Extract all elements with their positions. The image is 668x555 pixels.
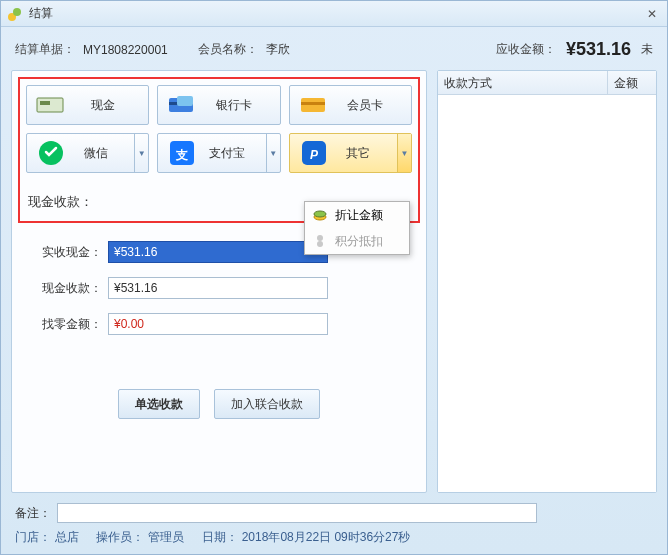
pay-member-button[interactable]: 会员卡 xyxy=(289,85,412,125)
change-label: 找零金额： xyxy=(34,316,102,333)
pay-other-label: 其它 xyxy=(338,145,397,162)
pay-cash-label: 现金 xyxy=(75,97,148,114)
window-title: 结算 xyxy=(29,5,643,22)
pay-other-button[interactable]: P 其它 ▼ xyxy=(289,133,412,173)
col-amount: 金额 xyxy=(608,71,656,94)
member-label: 会员名称： xyxy=(198,41,258,58)
date-label: 日期： xyxy=(202,530,238,544)
cash-form: 实收现金： 现金收款： 找零金额： xyxy=(18,241,420,349)
points-icon xyxy=(311,232,329,250)
member-card-icon xyxy=(298,93,330,117)
date-value: 2018年08月22日 09时36分27秒 xyxy=(242,530,411,544)
svg-point-15 xyxy=(314,211,326,217)
cash-received-input[interactable] xyxy=(108,277,328,299)
due-label: 应收金额： xyxy=(496,41,556,58)
app-icon xyxy=(7,6,23,22)
svg-rect-17 xyxy=(317,241,323,247)
order-number: MY1808220001 xyxy=(83,43,168,57)
header-info: 结算单据： MY1808220001 会员名称： 李欣 应收金额： ¥531.1… xyxy=(1,27,667,70)
right-panel: 收款方式 金额 xyxy=(437,70,657,493)
change-input[interactable] xyxy=(108,313,328,335)
operator-label: 操作员： xyxy=(96,530,144,544)
wechat-icon xyxy=(35,141,67,165)
remark-row: 备注： xyxy=(15,503,653,523)
pay-bank-label: 银行卡 xyxy=(206,97,279,114)
footer: 备注： 门店：总店 操作员：管理员 日期：2018年08月22日 09时36分2… xyxy=(1,499,667,554)
pay-alipay-button[interactable]: 支 支付宝 ▼ xyxy=(157,133,280,173)
pay-member-label: 会员卡 xyxy=(338,97,411,114)
paypal-icon: P xyxy=(298,141,330,165)
chevron-down-icon[interactable]: ▼ xyxy=(266,134,280,172)
dropdown-discount[interactable]: 折让金额 xyxy=(305,202,409,228)
svg-rect-8 xyxy=(301,102,325,105)
due-amount: ¥531.16 xyxy=(566,39,631,60)
status-row: 门店：总店 操作员：管理员 日期：2018年08月22日 09时36分27秒 xyxy=(15,529,653,546)
store-label: 门店： xyxy=(15,530,51,544)
pay-wechat-button[interactable]: 微信 ▼ xyxy=(26,133,149,173)
actual-label: 实收现金： xyxy=(34,244,102,261)
cashpay-label: 现金收款： xyxy=(34,280,102,297)
close-button[interactable]: ✕ xyxy=(643,5,661,23)
cash-icon xyxy=(35,93,67,117)
settlement-window: 结算 ✕ 结算单据： MY1808220001 会员名称： 李欣 应收金额： ¥… xyxy=(0,0,668,555)
svg-text:支: 支 xyxy=(175,148,188,162)
body: 现金 银行卡 会员卡 xyxy=(1,70,667,499)
alipay-icon: 支 xyxy=(166,141,198,165)
col-method: 收款方式 xyxy=(438,71,608,94)
table-body xyxy=(438,95,656,492)
titlebar: 结算 ✕ xyxy=(1,1,667,27)
chevron-down-icon[interactable]: ▼ xyxy=(134,134,148,172)
single-pay-button[interactable]: 单选收款 xyxy=(118,389,200,419)
pay-wechat-label: 微信 xyxy=(75,145,134,162)
svg-point-1 xyxy=(13,8,21,16)
dropdown-discount-label: 折让金额 xyxy=(335,207,383,224)
other-dropdown-menu: 折让金额 积分抵扣 xyxy=(304,201,410,255)
join-combined-button[interactable]: 加入联合收款 xyxy=(214,389,320,419)
svg-point-16 xyxy=(317,235,323,241)
dropdown-points: 积分抵扣 xyxy=(305,228,409,254)
member-name: 李欣 xyxy=(266,41,290,58)
due-tail: 未 xyxy=(641,41,653,58)
svg-rect-3 xyxy=(40,101,50,105)
operator-value: 管理员 xyxy=(148,530,184,544)
store-value: 总店 xyxy=(55,530,79,544)
remark-label: 备注： xyxy=(15,505,51,522)
table-header: 收款方式 金额 xyxy=(438,71,656,95)
svg-rect-6 xyxy=(177,96,193,106)
actual-cash-input[interactable] xyxy=(108,241,328,263)
chevron-down-icon[interactable]: ▼ xyxy=(397,134,411,172)
pay-bank-button[interactable]: 银行卡 xyxy=(157,85,280,125)
left-panel: 现金 银行卡 会员卡 xyxy=(11,70,427,493)
action-row: 单选收款 加入联合收款 xyxy=(18,389,420,419)
dropdown-points-label: 积分抵扣 xyxy=(335,233,383,250)
payment-grid: 现金 银行卡 会员卡 xyxy=(26,85,412,173)
pay-alipay-label: 支付宝 xyxy=(206,145,265,162)
coins-icon xyxy=(311,206,329,224)
bank-card-icon xyxy=(166,93,198,117)
order-label: 结算单据： xyxy=(15,41,75,58)
remark-input[interactable] xyxy=(57,503,537,523)
svg-text:P: P xyxy=(310,148,319,162)
pay-cash-button[interactable]: 现金 xyxy=(26,85,149,125)
